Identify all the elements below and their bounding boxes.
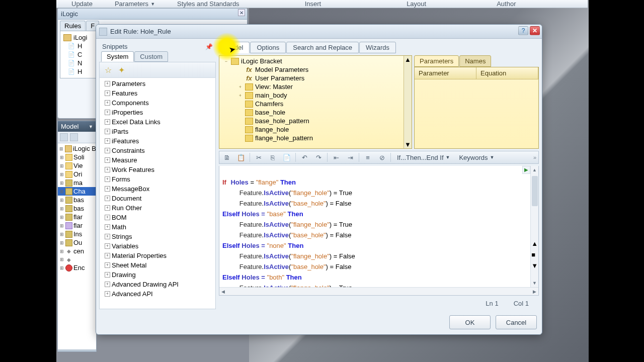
expand-icon[interactable]: + <box>105 186 110 192</box>
expand-icon[interactable]: + <box>105 243 110 249</box>
expand-icon[interactable]: + <box>105 205 110 211</box>
close-button[interactable]: ✕ <box>530 26 540 35</box>
expand-icon[interactable]: + <box>105 119 110 125</box>
expand-icon[interactable]: + <box>105 196 110 201</box>
snippet-category[interactable]: +MessageBox <box>100 184 215 194</box>
browser-item[interactable]: ⊞Vie <box>58 161 96 170</box>
outdent-icon[interactable]: ⇤ <box>331 152 342 162</box>
scroll-up-icon[interactable]: ▲ <box>405 56 411 63</box>
snippet-category[interactable]: +Components <box>100 98 215 108</box>
tree-item[interactable]: Chamfers <box>221 100 410 108</box>
tree-item[interactable]: base_hole_pattern <box>221 117 410 125</box>
ilogic-tab-rules[interactable]: Rules <box>60 21 86 31</box>
expand-icon[interactable]: + <box>105 167 110 172</box>
browser-item[interactable]: ⊞flar <box>58 213 96 221</box>
snippet-category[interactable]: +Material Properties <box>100 251 215 260</box>
snippet-category[interactable]: +Variables <box>100 241 215 251</box>
snippet-category[interactable]: +iFeatures <box>100 136 215 146</box>
browser-item[interactable]: ⊞flar <box>58 221 96 230</box>
expand-icon[interactable]: + <box>105 157 110 163</box>
scroll-up-icon[interactable]: ▲ <box>531 166 538 174</box>
ribbon-parameters[interactable]: Parameters▼ <box>108 0 162 8</box>
snippet-category[interactable]: +Document <box>100 194 215 203</box>
pin-icon[interactable]: 📌 <box>205 43 213 50</box>
ribbon-layout[interactable]: Layout <box>391 0 441 8</box>
tree-item[interactable]: fxModel Parameters <box>221 65 410 74</box>
browser-item[interactable]: ⊞◆ <box>58 255 96 263</box>
copy-icon[interactable]: ⎘ <box>267 152 278 162</box>
browser-item[interactable]: ⊞Soli <box>58 153 96 161</box>
cancel-button[interactable]: Cancel <box>496 315 537 329</box>
ribbon-author[interactable]: Author <box>481 0 531 8</box>
snippets-tab-custom[interactable]: Custom <box>134 51 168 62</box>
expand-icon[interactable]: » <box>533 154 536 160</box>
indent-icon[interactable]: ⇥ <box>345 152 356 162</box>
keywords-dropdown[interactable]: Keywords▼ <box>456 152 497 162</box>
expand-icon[interactable]: + <box>105 215 110 220</box>
browser-item[interactable]: ⊞Enc <box>58 263 96 272</box>
snippet-category[interactable]: +Excel Data Links <box>100 117 215 127</box>
expand-icon[interactable]: + <box>105 291 110 297</box>
expand-icon[interactable]: + <box>105 138 110 144</box>
code-scrollbar-h[interactable]: ◀▶ <box>219 287 538 295</box>
code-editor[interactable]: If Holes = "flange" Then Feature.IsActiv… <box>219 166 539 296</box>
tab-search[interactable]: Search and Replace <box>286 42 359 53</box>
snippet-category[interactable]: +Advanced Drawing API <box>100 280 215 289</box>
expand-icon[interactable]: + <box>105 262 110 268</box>
favorite-add-icon[interactable]: ✦ <box>117 65 126 74</box>
expand-icon[interactable]: + <box>237 84 243 89</box>
snippets-tab-system[interactable]: System <box>101 51 134 62</box>
param-col-equation[interactable]: Equation <box>476 67 538 79</box>
browser-item[interactable]: ⊞Ou <box>58 238 96 247</box>
browser-item[interactable]: ⊞ma <box>58 178 96 187</box>
expand-icon[interactable]: + <box>105 148 110 153</box>
browser-item[interactable]: ⊞iLogic B <box>58 144 96 153</box>
close-icon[interactable]: ✕ <box>238 9 245 16</box>
ribbon-styles[interactable]: Styles and Standards <box>162 0 255 8</box>
param-tab-names[interactable]: Names <box>459 55 491 67</box>
dialog-titlebar[interactable]: Edit Rule: Hole_Rule ? ✕ <box>96 25 542 39</box>
ribbon-insert[interactable]: Insert <box>290 0 337 8</box>
snippet-category[interactable]: +Features <box>100 88 215 98</box>
snippet-category[interactable]: +Math <box>100 222 215 232</box>
tree-item[interactable]: +main_body <box>221 91 410 100</box>
tool-icon[interactable] <box>60 133 68 141</box>
snippet-category[interactable]: +Advanced API <box>100 289 215 299</box>
browser-item[interactable]: ⊞Cha <box>58 187 96 196</box>
param-tab-parameters[interactable]: Parameters <box>414 55 459 67</box>
model-browser-header[interactable]: Model▼ <box>58 121 96 132</box>
param-col-parameter[interactable]: Parameter <box>415 67 476 79</box>
tree-item[interactable]: +View: Master <box>221 82 410 91</box>
expand-icon[interactable]: + <box>237 93 243 98</box>
snippet-category[interactable]: +Forms <box>100 174 215 184</box>
tool-icon[interactable] <box>70 133 78 141</box>
browser-item[interactable]: ⊞Ins <box>58 230 96 238</box>
snippet-category[interactable]: +BOM <box>100 213 215 222</box>
expand-icon[interactable]: + <box>105 129 110 134</box>
tree-item[interactable]: flange_hole_pattern <box>221 134 410 142</box>
code-scrollbar-v[interactable]: ▲▲■▼▼ <box>530 166 538 287</box>
format-icon[interactable]: ≡ <box>362 152 373 162</box>
tool-icon[interactable]: 📋 <box>235 152 247 162</box>
tab-options[interactable]: Options <box>250 42 286 53</box>
snippet-category[interactable]: +Measure <box>100 155 215 165</box>
scroll-down-icon[interactable]: ▼ <box>405 141 411 148</box>
ifthen-dropdown[interactable]: If...Then...End If▼ <box>394 152 453 162</box>
redo-icon[interactable]: ↷ <box>313 152 324 162</box>
scroll-thumb[interactable] <box>532 176 538 206</box>
run-icon[interactable]: ▶ <box>522 166 530 174</box>
expand-icon[interactable]: + <box>105 90 110 96</box>
undo-icon[interactable]: ↶ <box>299 152 310 162</box>
expand-icon[interactable]: + <box>105 100 110 106</box>
expand-icon[interactable]: + <box>105 234 110 239</box>
snippet-category[interactable]: +Work Features <box>100 165 215 174</box>
browser-item[interactable]: ⊞◆cen <box>58 247 96 255</box>
tab-model[interactable]: Model <box>219 42 250 53</box>
favorite-icon[interactable]: ☆ <box>104 65 113 74</box>
expand-icon[interactable]: + <box>105 282 110 287</box>
snippet-category[interactable]: +Drawing <box>100 270 215 280</box>
browser-item[interactable]: ⊞bas <box>58 196 96 204</box>
snippet-category[interactable]: +Constraints <box>100 146 215 155</box>
expand-icon[interactable]: + <box>105 81 110 86</box>
browser-item[interactable]: ⊞bas <box>58 204 96 213</box>
